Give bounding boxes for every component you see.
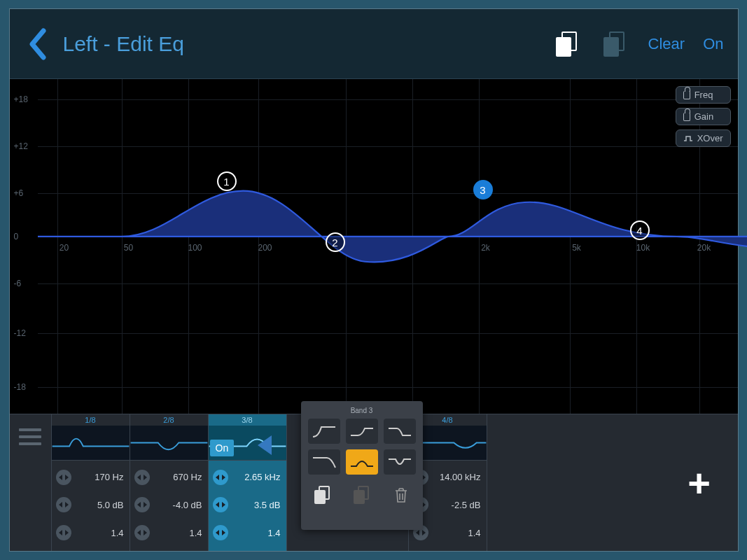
- y-tick: +6: [14, 188, 24, 198]
- y-tick: +18: [14, 94, 28, 104]
- gain-value: -2.5 dB: [452, 500, 481, 510]
- filter-lowshelf[interactable]: [346, 419, 378, 444]
- freq-value: 170 Hz: [95, 472, 123, 482]
- q-value: 1.4: [267, 528, 280, 538]
- page-title: Left - Edit Eq: [63, 32, 553, 56]
- gain-value: 3.5 dB: [254, 500, 281, 510]
- eq-graph[interactable]: +18 +12 +6 0 -6 -12 -18 20 50 100 200: [10, 79, 738, 414]
- lock-icon: [683, 91, 690, 99]
- popover-actions: [308, 484, 416, 505]
- band-wave-preview: [130, 426, 208, 461]
- copy-icon: [556, 31, 580, 57]
- band-index: 3/8: [209, 414, 286, 426]
- y-tick: -18: [14, 382, 26, 392]
- q-adjust[interactable]: [56, 525, 71, 540]
- popover-delete-button[interactable]: [391, 484, 412, 505]
- lock-gain-button[interactable]: Gain: [676, 108, 731, 125]
- q-adjust[interactable]: [213, 525, 228, 540]
- xover-button[interactable]: XOver: [676, 130, 731, 147]
- paste-icon: [354, 486, 370, 504]
- gain-adjust[interactable]: [56, 497, 71, 512]
- chevron-left-icon: [28, 28, 46, 60]
- trash-icon: [393, 486, 409, 503]
- band-index: 2/8: [130, 414, 208, 426]
- filter-lowpass[interactable]: [308, 449, 340, 475]
- paste-button[interactable]: [601, 29, 630, 59]
- copy-icon: [314, 486, 331, 504]
- band-wave-preview: [52, 426, 130, 461]
- popover-paste-button[interactable]: [351, 484, 372, 505]
- band-marker-1[interactable]: 1: [217, 172, 237, 191]
- eq-curve: [38, 79, 748, 414]
- header-actions: Clear On: [553, 29, 724, 59]
- band-marker-2[interactable]: 2: [326, 232, 345, 252]
- q-value: 1.4: [468, 528, 480, 538]
- freq-adjust[interactable]: [134, 470, 150, 485]
- gain-adjust[interactable]: [213, 497, 228, 512]
- band-marker-3[interactable]: 3: [473, 180, 493, 200]
- menu-button[interactable]: [10, 414, 52, 551]
- band-marker-4[interactable]: 4: [630, 220, 650, 240]
- lock-icon: [683, 113, 690, 121]
- band-index: 1/8: [52, 414, 130, 426]
- y-tick: -12: [14, 328, 26, 338]
- filter-bell[interactable]: [346, 449, 378, 475]
- q-value: 1.4: [189, 528, 202, 538]
- freq-adjust[interactable]: [213, 470, 228, 485]
- header-bar: Left - Edit Eq Clear On: [10, 9, 738, 79]
- freq-value: 14.00 kHz: [440, 472, 481, 482]
- popover-title: Band 3: [308, 407, 416, 414]
- y-axis-labels: +18 +12 +6 0 -6 -12 -18: [10, 79, 38, 414]
- selection-arrow-icon: [258, 435, 272, 455]
- lock-freq-button[interactable]: Freq: [676, 86, 731, 104]
- back-button[interactable]: [24, 24, 50, 64]
- gain-value: -4.0 dB: [173, 500, 202, 510]
- lock-panel: Freq Gain XOver: [676, 86, 731, 147]
- plus-icon: +: [687, 463, 711, 503]
- y-tick: 0: [14, 232, 19, 241]
- gain-value: 5.0 dB: [97, 500, 124, 510]
- paste-icon: [603, 31, 627, 57]
- filter-type-grid: [308, 419, 416, 475]
- app-window: Left - Edit Eq Clear On +18 +12 +6 0 -6 …: [9, 8, 739, 552]
- copy-button[interactable]: [553, 29, 582, 59]
- band-card-2[interactable]: 2/8 670 Hz -4.0 dB 1.4: [130, 414, 209, 551]
- freq-adjust[interactable]: [56, 470, 71, 485]
- band-card-1[interactable]: 1/8 170 Hz 5.0 dB 1.4: [52, 414, 130, 551]
- filter-highpass[interactable]: [308, 419, 340, 444]
- clear-button[interactable]: Clear: [648, 35, 685, 53]
- y-tick: -6: [14, 279, 22, 288]
- filter-notch[interactable]: [384, 449, 416, 475]
- gain-adjust[interactable]: [134, 497, 150, 512]
- band-type-popover: Band 3: [301, 401, 423, 530]
- on-toggle[interactable]: On: [703, 35, 723, 53]
- q-adjust[interactable]: [134, 525, 150, 540]
- q-value: 1.4: [111, 528, 123, 538]
- y-tick: +12: [14, 141, 28, 151]
- band-on-badge[interactable]: On: [210, 440, 235, 456]
- popover-copy-button[interactable]: [312, 484, 333, 505]
- xover-icon: [683, 135, 693, 142]
- freq-value: 670 Hz: [173, 472, 202, 482]
- freq-value: 2.65 kHz: [244, 472, 280, 482]
- band-card-3[interactable]: 3/8 On 2.65 kHz 3.5 dB 1.4: [209, 414, 287, 551]
- filter-highshelf[interactable]: [384, 419, 416, 444]
- add-band-button[interactable]: +: [661, 414, 738, 551]
- menu-icon: [19, 428, 41, 445]
